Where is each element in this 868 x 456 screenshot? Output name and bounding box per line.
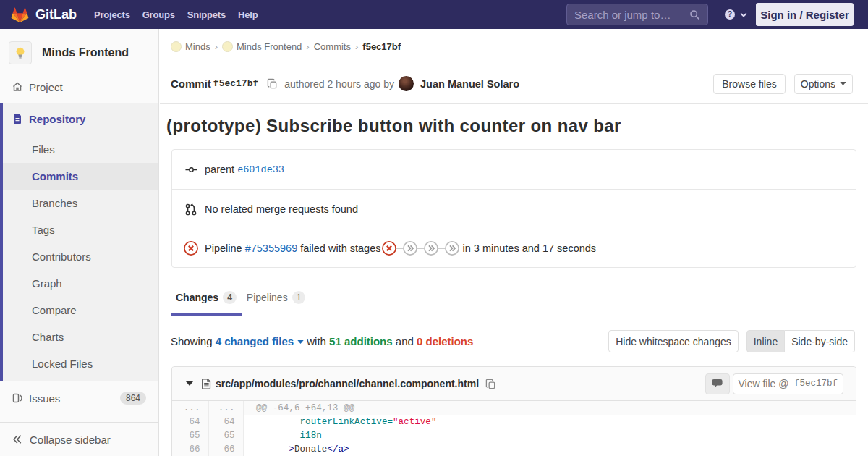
svg-text:?: ? <box>728 9 732 18</box>
